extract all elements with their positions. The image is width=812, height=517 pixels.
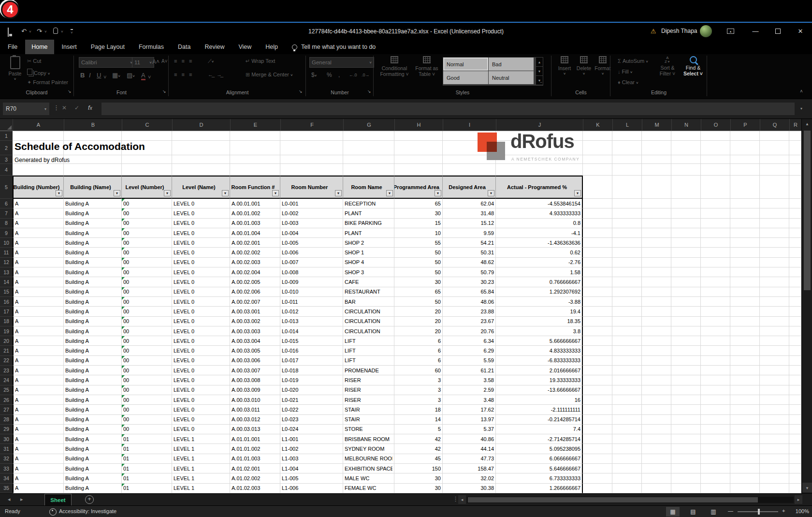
cell-C6[interactable]: 00 <box>122 199 172 208</box>
ribbon-tab-file[interactable]: File <box>1 40 24 54</box>
ribbon-tab-home[interactable]: Home <box>25 40 54 54</box>
cell-B14[interactable]: Building A <box>64 277 122 287</box>
cell-D27[interactable]: LEVEL 0 <box>172 405 230 414</box>
cell-M19[interactable] <box>642 326 671 336</box>
cell-A18[interactable]: A <box>13 317 64 326</box>
cell-K34[interactable] <box>583 473 612 483</box>
cell-Q27[interactable] <box>760 405 789 414</box>
cell-D4[interactable] <box>172 164 230 176</box>
clipboard-dialog-launcher-icon[interactable]: ↘ <box>68 89 72 94</box>
cell-B9[interactable]: Building A <box>64 228 122 238</box>
cell-H27[interactable]: 18 <box>394 405 443 414</box>
cell-G18[interactable]: CIRCULATION <box>343 317 394 326</box>
cell-D10[interactable]: LEVEL 0 <box>172 238 230 248</box>
cell-Q6[interactable] <box>760 199 789 208</box>
cell-D11[interactable]: LEVEL 0 <box>172 248 230 257</box>
cell-O26[interactable] <box>701 395 730 405</box>
cell-P31[interactable] <box>730 444 760 454</box>
expand-formula-bar-icon[interactable]: ▾ <box>800 106 802 111</box>
fill-button[interactable]: ↓ Fill ˅ <box>618 69 632 74</box>
row-header-26[interactable]: 26 <box>0 395 13 405</box>
cell-J11[interactable]: 0.62 <box>496 248 583 257</box>
cell-A26[interactable]: A <box>13 395 64 405</box>
cell-K22[interactable] <box>583 356 612 366</box>
cell-K35[interactable] <box>583 484 612 493</box>
cell-M34[interactable] <box>642 473 671 483</box>
cell-H21[interactable]: 6 <box>394 346 443 355</box>
format-painter-button[interactable]: ✦ Format Painter <box>27 79 68 86</box>
row-header-4[interactable]: 4 <box>0 164 13 176</box>
insert-function-icon[interactable]: fx <box>88 104 92 111</box>
cell-R18[interactable] <box>789 317 801 326</box>
column-header-E[interactable]: E <box>231 119 281 131</box>
cell-K14[interactable] <box>583 277 612 287</box>
orientation-icon[interactable]: ⟋˅ <box>208 58 214 64</box>
cell-I35[interactable]: 30.38 <box>443 484 496 493</box>
cell-K23[interactable] <box>583 366 612 375</box>
select-all-corner[interactable] <box>0 119 13 131</box>
cell-G14[interactable]: CAFE <box>343 277 394 287</box>
cell-D33[interactable]: LEVEL 1 <box>172 464 230 473</box>
sort-filter-button[interactable]: AZ▼ Sort & Filter ˅ <box>656 56 679 76</box>
cell-B27[interactable]: Building A <box>64 405 122 414</box>
styles-gallery-scroll[interactable]: ▲▼▼̲ <box>536 57 543 86</box>
cell-O15[interactable] <box>701 287 730 297</box>
borders-icon[interactable]: ▦˅ <box>112 72 120 79</box>
cell-R30[interactable] <box>789 434 801 444</box>
cell-J20[interactable]: 5.666666667 <box>496 336 583 346</box>
cell-N10[interactable] <box>671 238 701 248</box>
cell-K25[interactable] <box>583 385 612 395</box>
cell-P19[interactable] <box>730 326 760 336</box>
wrap-text-button[interactable]: ↵ Wrap Text <box>246 58 275 64</box>
cell-B10[interactable]: Building A <box>64 238 122 248</box>
cell-M12[interactable] <box>642 258 671 267</box>
cell-R7[interactable] <box>789 208 801 218</box>
cell-L27[interactable] <box>612 405 642 414</box>
cell-E19[interactable]: A.00.03.003 <box>230 326 280 336</box>
cell-I2[interactable] <box>443 141 496 155</box>
cell-N9[interactable] <box>671 228 701 238</box>
cell-O2[interactable] <box>701 141 730 155</box>
merge-center-button[interactable]: ⊞ Merge & Center ˅ <box>246 72 293 78</box>
cell-K21[interactable] <box>583 346 612 355</box>
cell-R31[interactable] <box>789 444 801 454</box>
accessibility-status[interactable]: Accessibility: Investigate <box>59 508 116 514</box>
cell-D12[interactable]: LEVEL 0 <box>172 258 230 267</box>
cell-B29[interactable]: Building A <box>64 425 122 434</box>
cell-R35[interactable] <box>789 484 801 493</box>
cell-R16[interactable] <box>789 297 801 307</box>
cell-H3[interactable] <box>394 155 443 164</box>
cell-I28[interactable]: 13.97 <box>443 415 496 425</box>
cell-A16[interactable]: A <box>13 297 64 307</box>
cell-O25[interactable] <box>701 385 730 395</box>
cell-E9[interactable]: A.00.01.004 <box>230 228 280 238</box>
cell-B13[interactable]: Building A <box>64 267 122 277</box>
cell-G29[interactable]: STORE <box>343 425 394 434</box>
cell-H7[interactable]: 30 <box>394 208 443 218</box>
cell-E13[interactable]: A.00.02.004 <box>230 267 280 277</box>
cell-K16[interactable] <box>583 297 612 307</box>
cell-G17[interactable]: CIRCULATION <box>343 307 394 316</box>
cell-I27[interactable]: 17.62 <box>443 405 496 414</box>
cell-E15[interactable]: A.00.02.006 <box>230 287 280 297</box>
cell-N30[interactable] <box>671 434 701 444</box>
cell-C5[interactable]: Level (Number)▼ <box>122 176 172 199</box>
cell-R2[interactable] <box>789 141 801 155</box>
cell-M6[interactable] <box>642 199 671 208</box>
cell-D20[interactable]: LEVEL 0 <box>172 336 230 346</box>
cell-B4[interactable] <box>64 164 122 176</box>
cell-L21[interactable] <box>612 346 642 355</box>
cell-N14[interactable] <box>671 277 701 287</box>
style-bad[interactable]: Bad <box>489 58 534 71</box>
cell-O31[interactable] <box>701 444 730 454</box>
cell-O22[interactable] <box>701 356 730 366</box>
cell-A12[interactable]: A <box>13 258 64 267</box>
cell-P23[interactable] <box>730 366 760 375</box>
cell-L34[interactable] <box>612 473 642 483</box>
cell-B25[interactable]: Building A <box>64 385 122 395</box>
cell-J33[interactable]: 5.646666667 <box>496 464 583 473</box>
cell-H10[interactable]: 55 <box>394 238 443 248</box>
cell-A5[interactable]: Building (Number)▼ <box>13 176 64 199</box>
cell-P20[interactable] <box>730 336 760 346</box>
cell-Q14[interactable] <box>760 277 789 287</box>
